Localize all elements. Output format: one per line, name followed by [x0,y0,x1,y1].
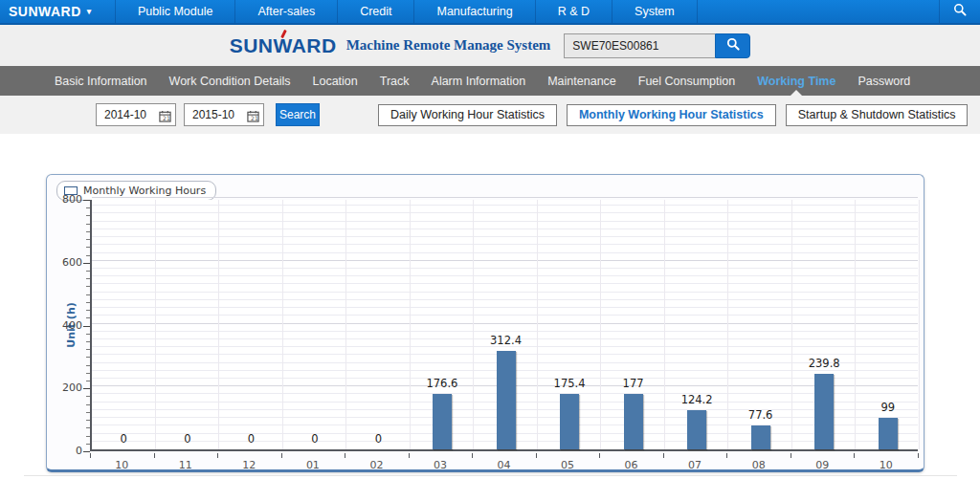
date-from-input[interactable] [97,108,152,121]
menu-item-system[interactable]: System [612,0,698,23]
x-axis-tick [154,453,155,458]
y-axis-tick [86,207,90,208]
tab-basic-information[interactable]: Basic Information [47,66,155,96]
y-axis-label: 0 [52,445,82,457]
x-axis-tick [599,453,600,458]
y-axis-tick [86,373,90,374]
section-tab-bar: Basic Information Work Condition Details… [0,66,980,96]
monthly-working-hour-statistics-button[interactable]: Monthly Working Hour Statistics [567,104,776,126]
page-bottom-divider [24,475,957,476]
gridline-horizontal [92,212,918,213]
bar-value-label: 0 [347,432,409,446]
gridline-horizontal [92,331,918,332]
gridline-horizontal [92,221,918,222]
y-axis-tick [86,341,90,342]
x-axis-label: 08 [738,459,780,471]
bar-value-label: 124.2 [666,393,727,406]
gridline-horizontal [92,252,918,253]
machine-search-input[interactable] [564,33,715,58]
y-axis-tick [86,231,90,232]
y-axis-tick [86,286,90,287]
bar-value-label: 177 [603,377,664,390]
x-axis-tick [791,453,791,458]
content-area: Monthly Working Hours Unit (h) 00000176.… [0,134,980,501]
daily-working-hour-statistics-button[interactable]: Daily Working Hour Statistics [378,104,557,126]
svg-text:21: 21 [163,115,170,121]
y-axis-tick [86,404,90,405]
bar-08 [751,425,770,450]
gridline-horizontal [92,236,918,237]
x-axis-tick [918,453,919,458]
gridline-horizontal [92,307,918,308]
tab-maintenance[interactable]: Maintenance [540,66,624,96]
machine-search-button[interactable] [715,33,750,58]
bar-value-label: 77.6 [730,408,791,422]
tab-location[interactable]: Location [304,66,365,96]
legend-label: Monthly Working Hours [83,185,206,197]
x-axis-tick [217,453,218,458]
x-axis-label: 11 [165,459,207,471]
topbar-logo-text: SUNWARD [9,4,81,19]
y-axis-tick [86,396,90,397]
gridline-horizontal [92,292,918,293]
gridline-horizontal [92,205,918,206]
gridline-horizontal [92,323,918,324]
menu-item-manufacturing[interactable]: Manufacturing [414,0,535,23]
topbar-logo[interactable]: SUNWARD ▾ [0,0,101,23]
topbar-search-button[interactable] [939,0,980,23]
y-axis-tick [86,317,90,318]
brand-logo: SUNWARD [230,34,337,57]
y-axis-tick [86,302,90,303]
y-axis-tick [86,255,90,256]
tab-working-time[interactable]: Working Time [749,66,843,96]
bar-value-label: 176.6 [412,377,473,390]
y-axis-label: 400 [52,319,82,332]
gridline-vertical [345,200,346,449]
gridline-vertical [537,200,538,449]
date-to-field[interactable]: 21 [184,103,264,126]
gridline-horizontal [92,260,918,261]
gridline-vertical [727,200,728,449]
date-from-field[interactable]: 21 [96,103,176,126]
tab-fuel-consumption[interactable]: Fuel Consumption [631,66,743,96]
tab-work-condition-details[interactable]: Work Condition Details [162,66,299,96]
bar-value-label: 0 [93,432,154,446]
y-axis-tick [86,349,90,350]
bar-05 [560,394,579,449]
bar-04 [497,351,516,449]
x-axis-label: 04 [483,459,525,471]
x-axis-label: 10 [100,459,143,471]
tab-password[interactable]: Password [850,66,918,96]
startup-shutdown-statistics-button[interactable]: Startup & Shutdown Statistics [786,104,969,126]
y-axis-tick [86,215,90,216]
menu-item-public-module[interactable]: Public Module [115,0,236,23]
y-axis-tick [86,278,90,279]
y-axis-tick [86,224,90,225]
gridline-horizontal [92,315,918,316]
brand-header: SUNWARD Machine Remote Manage System [0,25,980,66]
gridline-horizontal [92,268,918,269]
calendar-icon[interactable]: 21 [159,109,171,126]
menu-item-rd[interactable]: R & D [536,0,612,23]
y-axis-tick [86,310,90,311]
search-button[interactable]: Search [276,103,320,126]
menu-item-after-sales[interactable]: After-sales [235,0,338,23]
y-axis-tick [86,239,90,240]
tab-track[interactable]: Track [372,66,417,96]
y-axis-tick [86,247,90,248]
menu-item-credit[interactable]: Credit [338,0,414,23]
date-to-input[interactable] [185,108,240,121]
y-axis-tick [83,326,90,327]
y-axis-tick [86,271,90,272]
y-axis-tick [86,334,90,335]
x-axis-tick [345,453,345,458]
gridline-horizontal [92,244,918,245]
gridline-vertical [473,200,474,449]
x-axis-label: 01 [292,459,334,471]
gridline-horizontal [92,229,918,229]
bar-10 [879,418,898,449]
tab-alarm-information[interactable]: Alarm Information [424,66,534,96]
calendar-icon[interactable]: 21 [247,109,259,126]
gridline-horizontal [92,275,918,276]
machine-search [564,33,750,58]
